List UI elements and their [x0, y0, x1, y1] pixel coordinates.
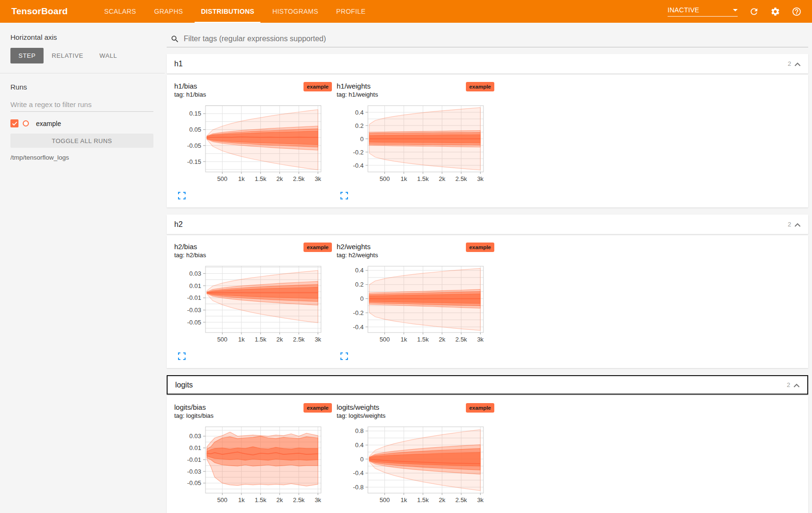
collapse-chevron-icon[interactable]: [794, 220, 801, 229]
run-color-swatch[interactable]: [23, 120, 29, 126]
run-checkbox[interactable]: [10, 119, 18, 127]
run-badge: example: [466, 82, 494, 91]
left-sidebar: Horizontal axis STEPRELATIVEWALL Runs ex…: [0, 23, 165, 513]
refresh-icon[interactable]: [749, 7, 759, 17]
chart-tag: tag: h2/weights: [337, 252, 378, 259]
svg-text:-0.01: -0.01: [187, 456, 201, 463]
status-dropdown[interactable]: INACTIVE: [668, 6, 738, 17]
svg-text:0.15: 0.15: [189, 110, 201, 117]
run-name-label: example: [36, 120, 61, 127]
svg-text:2.5k: 2.5k: [293, 496, 305, 504]
svg-text:0.2: 0.2: [355, 281, 364, 288]
category-header-logits[interactable]: logits2: [167, 375, 808, 395]
run-badge: example: [466, 243, 494, 252]
svg-text:1k: 1k: [238, 175, 245, 182]
tab-graphs[interactable]: GRAPHS: [145, 0, 192, 23]
top-navbar: TensorBoard SCALARSGRAPHSDISTRIBUTIONSHI…: [0, 0, 812, 23]
chart-title: h2/bias: [174, 243, 206, 251]
chart-header: logits/weightstag: logits/weightsexample: [337, 403, 494, 419]
main-content: h12h1/biastag: h1/biasexample0.150.05-0.…: [165, 23, 812, 513]
svg-text:2k: 2k: [277, 175, 283, 182]
runs-list: example: [10, 119, 165, 127]
svg-text:-0.4: -0.4: [353, 469, 364, 477]
svg-text:0: 0: [360, 456, 364, 463]
svg-text:-0.05: -0.05: [187, 479, 201, 486]
tab-scalars[interactable]: SCALARS: [95, 0, 145, 23]
expand-chart-button[interactable]: [178, 192, 186, 201]
runs-regex-input[interactable]: [10, 99, 153, 112]
chart-title-block: h2/weightstag: h2/weights: [337, 243, 378, 259]
collapse-chevron-icon[interactable]: [794, 381, 800, 389]
navbar-tabs: SCALARSGRAPHSDISTRIBUTIONSHISTOGRAMSPROF…: [95, 0, 375, 23]
expand-chart-button[interactable]: [340, 192, 348, 201]
svg-text:0.03: 0.03: [189, 270, 201, 277]
svg-text:0.8: 0.8: [355, 427, 364, 434]
chart-card-logits-bias: logits/biastag: logits/biasexample0.030.…: [174, 403, 332, 513]
svg-text:1k: 1k: [238, 336, 245, 343]
svg-text:2k: 2k: [277, 496, 283, 504]
category-header-h1[interactable]: h12: [167, 54, 808, 73]
log-directory-path: /tmp/tensorflow_logs: [10, 154, 165, 161]
svg-text:-0.8: -0.8: [353, 484, 364, 491]
svg-text:-0.03: -0.03: [187, 306, 201, 314]
svg-text:1.5k: 1.5k: [417, 496, 429, 504]
category-h1: h12h1/biastag: h1/biasexample0.150.05-0.…: [167, 54, 808, 207]
chart-header: h2/biastag: h2/biasexample: [174, 243, 332, 259]
chart-card-h1-bias: h1/biastag: h1/biasexample0.150.05-0.05-…: [174, 82, 332, 204]
chart-card-h2-weights: h2/weightstag: h2/weightsexample0.40.20-…: [337, 243, 494, 364]
tab-profile[interactable]: PROFILE: [327, 0, 375, 23]
category-header-h2[interactable]: h22: [167, 215, 808, 234]
runs-label: Runs: [10, 83, 165, 91]
svg-text:-0.4: -0.4: [353, 162, 364, 169]
expand-chart-button[interactable]: [340, 352, 348, 361]
tab-distributions[interactable]: DISTRIBUTIONS: [192, 0, 263, 23]
axis-option-relative[interactable]: RELATIVE: [44, 48, 91, 63]
svg-text:500: 500: [217, 336, 228, 343]
category-name: h1: [174, 60, 183, 68]
chart-title-block: logits/biastag: logits/bias: [174, 403, 214, 419]
svg-text:2k: 2k: [439, 496, 446, 504]
chart-title: h1/weights: [337, 82, 378, 90]
svg-text:3k: 3k: [315, 336, 321, 343]
svg-text:0.03: 0.03: [189, 432, 201, 440]
svg-text:2k: 2k: [439, 336, 446, 343]
category-body: h1/biastag: h1/biasexample0.150.05-0.05-…: [167, 75, 808, 207]
svg-text:0.2: 0.2: [355, 122, 364, 129]
svg-text:0.01: 0.01: [189, 444, 201, 451]
chart-title-block: h1/biastag: h1/bias: [174, 82, 206, 98]
svg-text:3k: 3k: [477, 336, 484, 343]
svg-text:1k: 1k: [238, 496, 245, 504]
svg-text:2.5k: 2.5k: [455, 496, 467, 504]
axis-option-wall[interactable]: WALL: [91, 48, 125, 63]
chart-title-block: h2/biastag: h2/bias: [174, 243, 206, 259]
tag-filter-input[interactable]: [184, 35, 804, 47]
axis-option-step[interactable]: STEP: [10, 48, 44, 63]
svg-text:-0.05: -0.05: [187, 142, 201, 149]
svg-text:3k: 3k: [315, 175, 321, 182]
svg-text:1.5k: 1.5k: [255, 336, 267, 343]
chart-header: h2/weightstag: h2/weightsexample: [337, 243, 494, 259]
run-badge: example: [303, 82, 332, 91]
settings-gear-icon[interactable]: [770, 7, 780, 17]
svg-text:1k: 1k: [401, 496, 407, 504]
category-header-right: 2: [788, 60, 801, 68]
distribution-chart: 0.40.20-0.2-0.45001k1.5k2k2.5k3k: [337, 102, 494, 188]
category-header-right: 2: [787, 381, 800, 389]
collapse-chevron-icon[interactable]: [794, 60, 801, 68]
svg-text:500: 500: [380, 496, 390, 504]
run-row: example: [10, 119, 165, 127]
chart-header: h1/weightstag: h1/weightsexample: [337, 82, 494, 98]
help-icon[interactable]: [792, 7, 802, 17]
distribution-chart: 0.80.40-0.4-0.85001k1.5k2k2.5k3k: [337, 423, 494, 509]
tab-histograms[interactable]: HISTOGRAMS: [263, 0, 327, 23]
category-logits: logits2logits/biastag: logits/biasexampl…: [167, 375, 808, 513]
category-count: 2: [788, 221, 791, 228]
svg-text:500: 500: [380, 175, 390, 182]
chart-card-logits-weights: logits/weightstag: logits/weightsexample…: [337, 403, 494, 513]
category-name: logits: [175, 381, 193, 389]
horizontal-axis-toggle-group: STEPRELATIVEWALL: [10, 48, 165, 63]
toggle-all-runs-button[interactable]: TOGGLE ALL RUNS: [10, 134, 153, 148]
distribution-chart: 0.030.01-0.01-0.03-0.055001k1.5k2k2.5k3k: [174, 262, 332, 349]
svg-text:2.5k: 2.5k: [293, 175, 305, 182]
expand-chart-button[interactable]: [178, 352, 186, 361]
